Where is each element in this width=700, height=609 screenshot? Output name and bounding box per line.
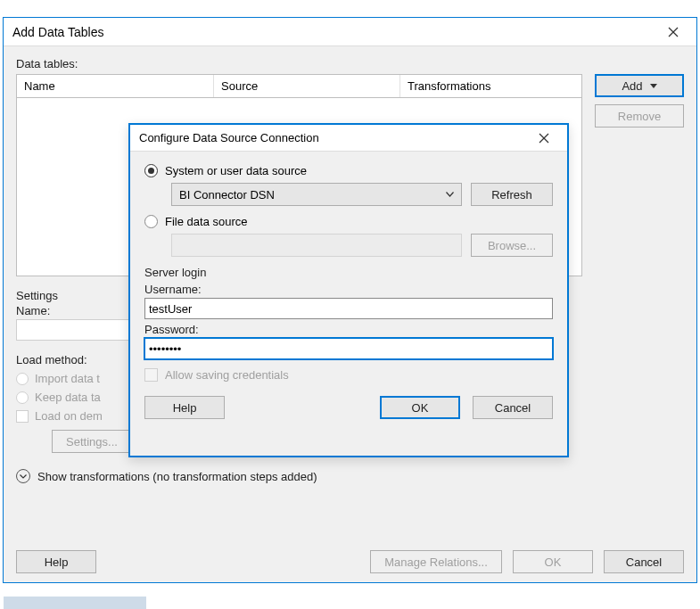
allow-save-credentials-label: Allow saving credentials	[165, 368, 289, 382]
modal-title: Configure Data Source Connection	[139, 131, 319, 144]
main-cancel-label: Cancel	[626, 556, 662, 569]
load-on-demand-label: Load on dem	[35, 409, 103, 423]
modal-footer: Help OK Cancel	[144, 396, 553, 419]
modal-help-button[interactable]: Help	[144, 396, 225, 419]
add-button-label: Add	[622, 79, 642, 93]
password-label: Password:	[144, 323, 553, 336]
checkbox-icon	[144, 368, 158, 382]
main-titlebar: Add Data Tables	[4, 18, 696, 46]
chevron-down-icon	[446, 192, 454, 197]
radio-icon	[16, 373, 29, 385]
refresh-button-label: Refresh	[491, 188, 532, 202]
close-icon[interactable]	[655, 20, 691, 45]
username-input[interactable]	[144, 298, 553, 319]
checkbox-icon	[16, 410, 29, 423]
main-ok-button: OK	[513, 550, 593, 573]
radio-icon	[16, 391, 29, 404]
password-input[interactable]	[144, 338, 553, 359]
data-tables-label: Data tables:	[16, 57, 684, 70]
close-icon[interactable]	[526, 126, 562, 151]
allow-save-credentials-row: Allow saving credentials	[144, 368, 553, 382]
modal-cancel-label: Cancel	[495, 401, 531, 415]
remove-button: Remove	[595, 104, 684, 128]
import-data-label: Import data t	[35, 372, 100, 385]
main-footer: Help Manage Relations... OK Cancel	[16, 550, 684, 573]
svg-marker-2	[650, 84, 657, 88]
configure-connection-dialog: Configure Data Source Connection System …	[128, 123, 569, 457]
radio-icon	[144, 215, 158, 228]
radio-file-source[interactable]: File data source	[144, 215, 553, 228]
dsn-dropdown[interactable]: BI Connector DSN	[171, 183, 462, 206]
modal-ok-label: OK	[412, 401, 429, 415]
username-label: Username:	[144, 283, 553, 296]
modal-ok-button[interactable]: OK	[380, 396, 460, 419]
browse-button: Browse...	[471, 234, 553, 257]
help-button-label: Help	[45, 556, 69, 569]
help-button[interactable]: Help	[16, 550, 96, 573]
remove-button-label: Remove	[618, 110, 661, 123]
on-demand-settings-button: Settings...	[52, 430, 132, 453]
browse-button-label: Browse...	[488, 239, 536, 252]
chevron-down-icon	[16, 469, 30, 483]
table-side-buttons: Add Remove	[595, 74, 684, 128]
main-ok-label: OK	[545, 556, 562, 569]
add-button[interactable]: Add	[595, 74, 684, 97]
caret-down-icon	[650, 84, 657, 88]
column-header-name[interactable]: Name	[17, 75, 214, 97]
radio-system-user-source[interactable]: System or user data source	[144, 164, 553, 177]
main-cancel-button[interactable]: Cancel	[604, 550, 684, 573]
taskbar-fragment	[4, 597, 146, 609]
file-source-row: Browse...	[171, 234, 553, 257]
keep-data-label: Keep data ta	[35, 391, 101, 404]
refresh-button[interactable]: Refresh	[471, 183, 553, 206]
radio-icon	[144, 164, 158, 177]
data-tables-header: Name Source Transformations	[16, 74, 582, 98]
dsn-selected-label: BI Connector DSN	[179, 188, 275, 202]
show-transformations-toggle[interactable]: Show transformations (no transformation …	[16, 469, 684, 483]
system-user-source-label: System or user data source	[165, 164, 307, 177]
modal-titlebar: Configure Data Source Connection	[130, 125, 567, 152]
column-header-source[interactable]: Source	[214, 75, 400, 97]
main-window-title: Add Data Tables	[12, 25, 103, 39]
manage-relations-label: Manage Relations...	[384, 556, 488, 569]
file-source-input	[171, 234, 462, 257]
column-header-transformations[interactable]: Transformations	[400, 75, 581, 97]
file-source-label: File data source	[165, 215, 248, 228]
show-transformations-label: Show transformations (no transformation …	[37, 470, 317, 483]
server-login-label: Server login	[144, 266, 553, 279]
on-demand-settings-label: Settings...	[66, 435, 118, 449]
manage-relations-button: Manage Relations...	[370, 550, 502, 573]
modal-help-label: Help	[173, 401, 197, 415]
dsn-row: BI Connector DSN Refresh	[171, 183, 553, 206]
modal-body: System or user data source BI Connector …	[130, 152, 567, 430]
modal-cancel-button[interactable]: Cancel	[473, 396, 553, 419]
